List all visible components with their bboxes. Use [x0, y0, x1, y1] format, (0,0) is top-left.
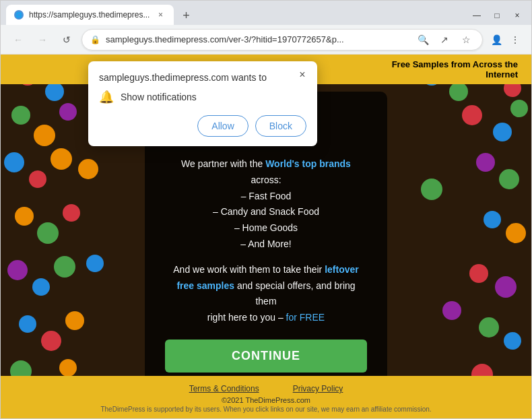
svg-point-19 — [476, 153, 495, 172]
new-tab-button[interactable]: + — [176, 6, 195, 25]
popup-buttons: Allow Block — [99, 115, 306, 137]
page-content: Free Samples from Across the Internet To… — [1, 55, 531, 418]
svg-point-30 — [495, 276, 517, 298]
bookmark-icon[interactable]: ☆ — [458, 32, 474, 48]
leftover-highlight: leftover — [325, 264, 359, 275]
footer-copyright: ©2021 TheDimePress.com — [1, 396, 531, 404]
svg-point-41 — [78, 159, 98, 179]
tab-close-button[interactable]: × — [155, 9, 166, 20]
page-footer: Terms & Conditions Privacy Policy ©2021 … — [1, 376, 531, 418]
account-icon[interactable]: 👤 — [488, 32, 504, 48]
svg-point-21 — [15, 207, 34, 226]
svg-point-31 — [19, 315, 36, 333]
svg-point-43 — [421, 179, 442, 200]
menu-icon[interactable]: ⋮ — [507, 32, 523, 48]
svg-point-18 — [51, 148, 72, 170]
allow-button[interactable]: Allow — [197, 115, 248, 137]
svg-point-38 — [59, 359, 77, 377]
svg-point-16 — [4, 152, 24, 172]
url-icons: 🔍 ↗ ☆ — [415, 32, 474, 48]
footer-links: Terms & Conditions Privacy Policy — [1, 384, 531, 393]
tab-favicon: 🌐 — [14, 10, 24, 20]
category-candy: – Candy and Snack Food — [213, 206, 319, 217]
free-samples-highlight: free samples — [176, 280, 234, 291]
notification-label: Show notifications — [121, 92, 197, 102]
svg-point-20 — [499, 169, 519, 189]
svg-point-11 — [34, 125, 55, 146]
forward-button[interactable]: → — [33, 30, 52, 49]
category-fastfood: – Fast Food — [241, 191, 292, 201]
svg-point-34 — [479, 317, 499, 337]
terms-link[interactable]: Terms & Conditions — [189, 384, 259, 393]
svg-point-22 — [37, 222, 59, 244]
window-controls: — □ × — [468, 9, 526, 22]
popup-title: sampleguys.thedimepress.com wants to — [99, 72, 306, 83]
title-bar: 🌐 https://sampleguys.thedimepres... × + … — [1, 1, 531, 25]
browser-frame: 🌐 https://sampleguys.thedimepres... × + … — [0, 0, 532, 419]
partner-text: We partner with the World's top brands a… — [165, 156, 367, 253]
category-more: – And More! — [240, 238, 292, 249]
lock-icon: 🔒 — [90, 35, 100, 44]
bell-icon: 🔔 — [99, 90, 114, 104]
for-free-highlight: for FREE — [286, 312, 325, 323]
svg-point-24 — [484, 211, 501, 228]
svg-point-15 — [510, 100, 528, 117]
minimize-button[interactable]: — — [468, 9, 486, 22]
url-text: sampleguys.thedimepress.com/ver-3/?hitid… — [106, 34, 409, 44]
maximize-button[interactable]: □ — [488, 9, 506, 22]
svg-point-42 — [86, 255, 104, 272]
svg-point-10 — [11, 106, 30, 125]
svg-point-7 — [449, 82, 468, 101]
back-button[interactable]: ← — [9, 30, 28, 49]
highlight-brands: World's top brands — [265, 158, 351, 169]
address-bar: ← → ↺ 🔒 sampleguys.thedimepress.com/ver-… — [1, 25, 531, 55]
svg-point-44 — [442, 301, 461, 320]
svg-point-1 — [45, 82, 64, 101]
search-icon[interactable]: 🔍 — [415, 32, 431, 48]
svg-point-14 — [493, 123, 512, 141]
privacy-link[interactable]: Privacy Policy — [293, 384, 343, 393]
svg-point-29 — [469, 264, 488, 283]
close-button[interactable]: × — [508, 9, 526, 22]
popup-close-button[interactable]: × — [296, 68, 309, 82]
block-button[interactable]: Block — [255, 115, 306, 137]
notification-popup: sampleguys.thedimepress.com wants to × 🔔… — [88, 61, 317, 146]
svg-point-33 — [65, 311, 84, 330]
svg-point-17 — [29, 170, 46, 188]
svg-point-35 — [504, 332, 521, 350]
svg-point-28 — [54, 256, 75, 278]
share-icon[interactable]: ↗ — [436, 32, 453, 48]
continue-button[interactable]: CONTINUE — [165, 340, 367, 373]
svg-point-12 — [59, 103, 77, 121]
svg-point-23 — [63, 204, 80, 222]
category-home: – Home Goods — [234, 222, 298, 233]
svg-point-25 — [506, 223, 526, 243]
address-bar-icons: 👤 ⋮ — [488, 32, 523, 48]
svg-point-13 — [462, 105, 482, 125]
svg-point-26 — [7, 260, 28, 280]
notification-row: 🔔 Show notifications — [99, 90, 306, 104]
tab-title: https://sampleguys.thedimepres... — [29, 10, 149, 20]
reload-button[interactable]: ↺ — [57, 30, 76, 49]
svg-point-32 — [41, 331, 61, 351]
url-bar[interactable]: 🔒 sampleguys.thedimepress.com/ver-3/?hit… — [81, 29, 483, 51]
yellow-bar-text: Free Samples from Across the Internet — [392, 59, 518, 79]
svg-point-27 — [32, 278, 50, 296]
footer-disclaimer: TheDimePress is supported by its users. … — [1, 406, 531, 413]
active-tab[interactable]: 🌐 https://sampleguys.thedimepres... × — [6, 5, 174, 25]
extra-text: And we work with them to take their left… — [165, 262, 367, 326]
